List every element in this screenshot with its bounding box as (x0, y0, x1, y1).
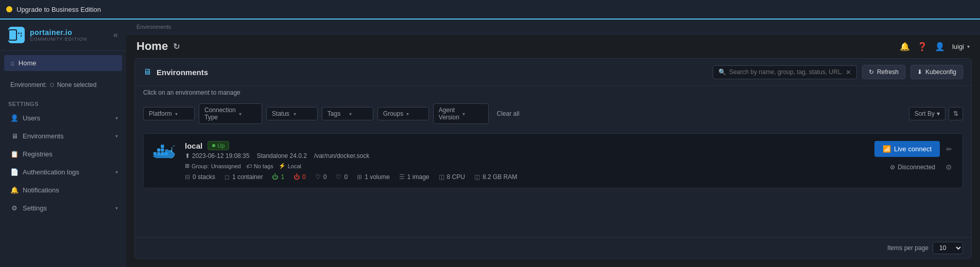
sidebar-item-auth-logs[interactable]: 📄 Authentication logs ▾ (2, 164, 124, 181)
volumes-icon: ⊞ (357, 173, 362, 181)
user-menu[interactable]: luigi ▾ (952, 43, 970, 50)
upgrade-banner[interactable]: Upgrade to Business Edition (0, 0, 980, 20)
cpu-stat: ◫ 8 CPU (439, 173, 465, 181)
banner-dot (6, 6, 12, 12)
refresh-button[interactable]: ↻ Refresh (862, 65, 905, 79)
images-stat: ☰ 1 image (399, 173, 429, 181)
group-value: Group: (192, 163, 209, 169)
agent-version-label: Agent Version (439, 106, 459, 121)
environments-icon: 🖥 (10, 132, 19, 140)
env-card-actions: 📶 Live connect ✏ ⊘ Disconnected ⚙ (874, 141, 954, 173)
items-per-page-label: Items per page (887, 244, 929, 252)
env-card-body: local Up ⬆ 2023-06-12 19:08:35 (185, 141, 866, 181)
user-avatar-icon: 👤 (935, 42, 945, 51)
disconnected-label: Disconnected (898, 164, 935, 171)
environment-value: None selected (57, 81, 97, 88)
help-icon[interactable]: ❓ (917, 42, 927, 51)
status-chevron-icon: ▾ (294, 111, 312, 117)
svg-rect-2 (20, 35, 22, 37)
kubeconfig-button[interactable]: ⬇ Kubeconfig (910, 65, 963, 79)
svg-rect-1 (20, 32, 22, 34)
search-clear-icon[interactable]: ✕ (846, 68, 851, 76)
sidebar-registries-label: Registries (23, 150, 118, 158)
agent-version-chevron-icon: ▾ (462, 111, 483, 117)
tags-tag: 🏷 No tags (246, 163, 273, 169)
running-value: 1 (281, 173, 284, 181)
healthy-stat: ♡ 0 (315, 173, 327, 181)
environment-selector[interactable]: Environment: None selected (4, 77, 122, 93)
sidebar-auth-logs-label: Authentication logs (23, 168, 111, 176)
breadcrumb: Environments (126, 20, 980, 34)
stacks-stat: ⊟ 0 stacks (185, 173, 215, 181)
unhealthy-icon: ♡ (336, 173, 341, 181)
panel-subtitle: Click on an environment to manage (135, 86, 971, 100)
volumes-value: 1 volume (365, 173, 390, 181)
sort-order-button[interactable]: ⇅ (949, 107, 963, 120)
search-icon: 🔍 (718, 68, 726, 76)
connection-type-chevron-icon: ▾ (239, 111, 256, 117)
local-value: Local (288, 163, 301, 169)
kubeconfig-label: Kubeconfig (925, 68, 956, 76)
groups-filter[interactable]: Groups ▾ (377, 107, 429, 120)
ram-stat: ◫ 8.2 GB RAM (474, 173, 517, 181)
containers-stat: ◻ 1 container (225, 173, 263, 181)
sidebar-item-home[interactable]: ⌂ Home (4, 55, 122, 71)
svg-rect-8 (157, 149, 160, 152)
connection-type-label: Connection Type (204, 106, 236, 121)
sidebar-item-environments[interactable]: 🖥 Environments ▾ (2, 128, 124, 145)
standalone-value: Standalone 24.0.2 (256, 152, 306, 159)
group-name: Unassigned (211, 163, 241, 169)
clear-all-button[interactable]: Clear all (493, 108, 524, 120)
live-connect-button[interactable]: 📶 Live connect (874, 141, 940, 157)
sidebar-environments-label: Environments (23, 132, 111, 140)
status-label: Up (217, 143, 225, 149)
stopped-value: 0 (302, 173, 306, 181)
sidebar-item-settings[interactable]: ⚙ Settings ▾ (2, 200, 124, 217)
ram-value: 8.2 GB RAM (483, 173, 517, 181)
sidebar-item-registries[interactable]: 📋 Registries (2, 146, 124, 163)
cpu-value: 8 CPU (447, 173, 465, 181)
notifications-bell-icon[interactable]: 🔔 (900, 42, 910, 51)
images-value: 1 image (407, 173, 429, 181)
sidebar: portainer.io COMMUNITY EDITION « ⌂ Home … (0, 20, 126, 267)
sidebar-item-notifications[interactable]: 🔔 Notifications (2, 182, 124, 199)
stacks-icon: ⊟ (185, 173, 190, 181)
sort-by-button[interactable]: Sort By ▾ (909, 107, 945, 120)
svg-rect-3 (23, 32, 25, 34)
panel-footer: Items per page 10 25 50 100 (135, 237, 971, 258)
page-refresh-icon[interactable]: ↻ (173, 42, 180, 51)
edit-button[interactable]: ✏ (944, 143, 954, 155)
search-box[interactable]: 🔍 ✕ (713, 65, 857, 79)
tags-filter[interactable]: Tags ▾ (322, 107, 373, 120)
group-icon: ⊞ (185, 163, 190, 169)
environment-label: Environment: (10, 81, 47, 88)
panel-header: 🖥 Environments 🔍 ✕ ↻ Refresh ⬇ Kubeconfi… (135, 59, 971, 86)
stopped-stat: ⏻ 0 (294, 173, 306, 181)
tags-chevron-icon: ▾ (349, 111, 368, 117)
search-input[interactable] (729, 68, 843, 76)
table-row[interactable]: local Up ⬆ 2023-06-12 19:08:35 (143, 133, 963, 188)
timestamp-value: 2023-06-12 19:08:35 (192, 152, 249, 159)
ram-icon: ◫ (474, 173, 480, 181)
sidebar-collapse-button[interactable]: « (113, 30, 118, 40)
groups-chevron-icon: ▾ (406, 111, 423, 117)
healthy-value: 0 (323, 173, 327, 181)
home-icon: ⌂ (10, 59, 14, 67)
env-timestamp: ⬆ 2023-06-12 19:08:35 (185, 152, 249, 159)
tag-icon: 🏷 (246, 163, 252, 169)
platform-filter-label: Platform (149, 110, 172, 117)
sidebar-logo: portainer.io COMMUNITY EDITION « (0, 20, 126, 51)
healthy-icon: ♡ (315, 173, 321, 181)
main-content: Environments Home ↻ 🔔 ❓ 👤 luigi ▾ 🖥 (126, 20, 980, 267)
status-filter[interactable]: Status ▾ (266, 107, 318, 120)
registries-icon: 📋 (10, 150, 19, 158)
connection-type-filter[interactable]: Connection Type ▾ (199, 103, 262, 124)
refresh-btn-icon: ↻ (869, 68, 874, 76)
items-per-page-select[interactable]: 10 25 50 100 (933, 242, 963, 254)
settings-gear-button[interactable]: ⚙ (943, 161, 954, 173)
page-title: Home ↻ (136, 40, 180, 53)
sidebar-item-users[interactable]: 👤 Users ▾ (2, 110, 124, 127)
agent-version-filter[interactable]: Agent Version ▾ (433, 103, 489, 124)
platform-filter[interactable]: Platform ▾ (143, 107, 195, 120)
items-per-page-control: Items per page 10 25 50 100 (887, 242, 963, 254)
